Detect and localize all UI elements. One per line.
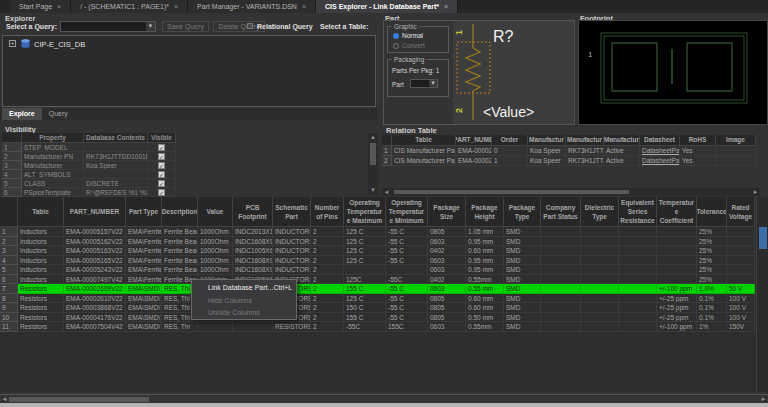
column-header[interactable]: Number of Pins — [311, 197, 344, 227]
column-header[interactable]: Temperatur e Coefficient — [657, 197, 697, 227]
save-query-button[interactable]: Save Query — [162, 21, 209, 32]
table-row[interactable]: 8ResistorsEMA-00002610V22EMA\SMD\ThiRES,… — [0, 294, 756, 304]
column-header[interactable]: Schematic Part — [273, 197, 311, 227]
checkbox-checked-icon[interactable]: ✓ — [158, 162, 165, 169]
document-tab[interactable]: Start Page× — [10, 0, 71, 13]
checkbox-checked-icon[interactable]: ✓ — [158, 144, 165, 151]
checkbox-checked-icon[interactable]: ✓ — [158, 189, 165, 196]
normal-radio[interactable] — [393, 33, 399, 39]
table-row[interactable]: 2CIS Manufacturer PartEMA-0000261Koa Spe… — [382, 156, 756, 166]
column-header[interactable]: Datasheet — [640, 135, 680, 146]
normal-radio-label[interactable]: Normal — [402, 32, 423, 39]
column-header[interactable]: Package Type — [504, 197, 541, 227]
checkbox-checked-icon[interactable]: ✓ — [158, 171, 165, 178]
table-row[interactable]: 4ALT_SYMBOLS✓ — [2, 170, 176, 179]
document-tab[interactable]: CIS Explorer - Link Database Part*× — [316, 0, 458, 13]
table-row[interactable]: 9ResistorsEMA-00003868V22EMA\SMD\ThiRES,… — [0, 303, 756, 313]
tab-query[interactable]: Query — [42, 108, 75, 120]
column-header[interactable]: Company Part Status — [541, 197, 581, 227]
column-header[interactable]: Table — [18, 197, 64, 227]
menu-item-label: Hide Columns — [208, 297, 252, 304]
column-header[interactable]: Operating Temperatur e Minimum — [386, 197, 428, 227]
checkbox-checked-icon[interactable]: ✓ — [158, 180, 165, 187]
datasheet-link[interactable]: DatasheetPat — [640, 156, 680, 166]
scroll-up-icon[interactable]: ▲ — [368, 134, 378, 141]
data-cell — [541, 313, 581, 323]
column-header[interactable] — [0, 197, 18, 227]
column-header[interactable]: Order — [492, 135, 528, 146]
column-header[interactable]: Manufactur — [566, 135, 604, 146]
column-header[interactable]: PART_NUMBER — [64, 197, 126, 227]
column-header[interactable]: Table — [392, 135, 456, 146]
column-header[interactable]: Package Height — [466, 197, 504, 227]
column-header[interactable] — [2, 133, 22, 143]
visibility-scrollbar[interactable]: ▲ ▼ — [368, 133, 378, 195]
scroll-left-icon[interactable]: ◄ — [1, 396, 8, 403]
column-header[interactable]: Property — [22, 133, 84, 143]
column-header[interactable]: Part Type — [126, 197, 162, 227]
table-row[interactable]: 2InductorsEMA-00005162V22EMA\Ferrite BFe… — [0, 237, 756, 247]
menu-item-link-database-part[interactable]: Link Database Part...Ctrl+L — [192, 281, 296, 294]
table-row[interactable]: 3ManufacturerKoa Speer✓ — [2, 161, 176, 170]
table-row[interactable]: 5InductorsEMA-00005243V22EMA\Ferrite BFe… — [0, 265, 756, 275]
document-tab[interactable]: / - (SCHEMATIC1 : PAGE1)*× — [71, 0, 188, 13]
chevron-down-icon[interactable]: ▼ — [429, 80, 437, 87]
table-row[interactable]: 11ResistorsEMA-00007504V42EMA\SMD\ThiRES… — [0, 322, 756, 332]
tree-item-database[interactable]: CIP-E_CIS_DB — [34, 40, 85, 49]
table-row-selected[interactable]: 7ResistorsEMA-00002609V22EMA\SMD\ThiRES,… — [0, 284, 756, 294]
table-row[interactable]: 6PSpiceTemplateR^@REFDES %1 %2 R^✓ — [2, 188, 176, 197]
close-icon[interactable]: × — [174, 3, 178, 10]
convert-radio[interactable] — [393, 43, 399, 49]
column-header[interactable]: PCB Footprint — [233, 197, 273, 227]
data-cell: Ferrite Bead, — [162, 246, 198, 256]
table-row[interactable]: 5CLASSDISCRETE✓ — [2, 179, 176, 188]
checkbox-checked-icon[interactable]: ✓ — [158, 153, 165, 160]
scroll-down-icon[interactable]: ▼ — [368, 187, 378, 194]
relational-query-checkbox[interactable] — [247, 23, 253, 29]
table-row[interactable]: 2Manufacturer PNRK73H1JTTDD1001F✓ — [2, 152, 176, 161]
scroll-left-icon[interactable]: ◄ — [383, 189, 390, 196]
scroll-right-icon[interactable]: ► — [760, 396, 767, 403]
menu-item-unhide-columns[interactable]: Unhide Columns — [192, 306, 296, 318]
column-header[interactable]: Description — [162, 197, 198, 227]
table-row[interactable]: 1InductorsEMA-00005157V22EMA\Ferrite BFe… — [0, 227, 756, 237]
close-icon[interactable]: × — [302, 3, 306, 10]
tree-expand-icon[interactable]: + — [9, 40, 16, 47]
context-menu: Link Database Part...Ctrl+LHide ColumnsU… — [191, 279, 297, 320]
column-header[interactable]: Database Contents — [84, 133, 148, 143]
column-header[interactable]: Package Size — [428, 197, 466, 227]
table-row[interactable]: 3InductorsEMA-00005163V22EMA\Ferrite BFe… — [0, 246, 756, 256]
column-header[interactable]: PART_NUMB — [456, 135, 492, 146]
query-combobox[interactable]: ▼ — [60, 21, 156, 32]
column-header[interactable]: Manufactur — [528, 135, 566, 146]
datasheet-link[interactable]: DatasheetPat — [640, 146, 680, 156]
column-header[interactable]: Value — [198, 197, 233, 227]
table-row[interactable]: 4InductorsEMA-00005165V22EMA\Ferrite BFe… — [0, 256, 756, 266]
data-cell: EMA\Ferrite B — [126, 246, 162, 256]
relation-hscrollbar[interactable]: ◄ ► — [382, 188, 760, 196]
column-header[interactable]: Operating Temperatur e Maximum — [344, 197, 386, 227]
column-header[interactable]: Visible — [148, 133, 176, 143]
table-row[interactable]: 1STEP_MODEL✓ — [2, 143, 176, 152]
document-tab[interactable]: Part Manager - VARIANTS.DSN× — [188, 0, 316, 13]
column-header[interactable]: Rated Voltage — [727, 197, 755, 227]
close-icon[interactable]: × — [444, 3, 448, 10]
menu-item-hide-columns[interactable]: Hide Columns — [192, 294, 296, 306]
table-row[interactable]: 1CIS Manufacturer PartEMA-0000260Koa Spe… — [382, 146, 756, 156]
column-header[interactable]: RoHS — [680, 135, 716, 146]
column-header[interactable]: Equivalent Series Resistance — [619, 197, 657, 227]
parts-table-vscrollbar[interactable] — [756, 197, 768, 392]
column-header[interactable] — [382, 135, 392, 146]
close-icon[interactable]: × — [57, 3, 61, 10]
tab-explore[interactable]: Explore — [2, 108, 42, 120]
part-combobox[interactable]: ▼ — [410, 79, 438, 88]
scroll-right-icon[interactable]: ► — [752, 189, 759, 196]
column-header[interactable]: Manufactur — [604, 135, 640, 146]
column-header[interactable]: Tolerance — [697, 197, 727, 227]
table-row[interactable]: 10ResistorsEMA-00004176V22EMA\SMD\ThiRES… — [0, 313, 756, 323]
column-header[interactable]: Dielectric Type — [581, 197, 619, 227]
table-row[interactable]: 6InductorsEMA-00007497V42EMA\Ferrite BFe… — [0, 275, 756, 285]
column-header[interactable]: Image — [716, 135, 756, 146]
parts-table-hscrollbar[interactable]: ◄ ► — [0, 394, 768, 403]
chevron-down-icon[interactable]: ▼ — [146, 22, 155, 31]
